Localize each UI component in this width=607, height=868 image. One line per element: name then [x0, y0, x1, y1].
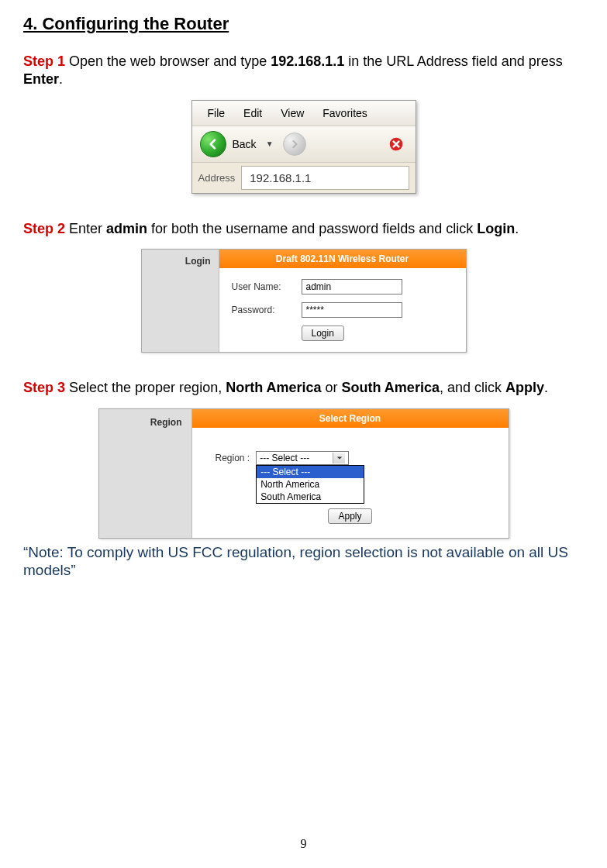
back-label: Back — [233, 138, 257, 150]
login-button[interactable]: Login — [302, 326, 344, 341]
step1-t2: in the URL Address field and press — [344, 53, 563, 69]
back-button[interactable] — [200, 131, 226, 157]
browser-menu-bar: File Edit View Favorites — [192, 101, 416, 126]
step-2-label: Step 2 — [23, 221, 65, 236]
fcc-note: “Note: To comply with US FCC regulation,… — [23, 543, 584, 580]
password-label: Password: — [232, 305, 294, 315]
arrow-right-icon — [290, 140, 299, 149]
forward-button[interactable] — [283, 133, 306, 156]
arrow-left-icon — [207, 138, 219, 150]
region-label: Region : — [216, 453, 250, 463]
browser-toolbar-figure: File Edit View Favorites Back ▼ Address — [191, 100, 416, 194]
step1-t1: Open the web browser and type — [65, 53, 271, 69]
region-option-select[interactable]: --- Select --- — [257, 466, 364, 478]
menu-view[interactable]: View — [273, 105, 312, 121]
login-side-label: Login — [142, 250, 219, 352]
step2-t3: . — [515, 221, 519, 236]
region-panel-figure: Region Select Region Region : --- Select… — [98, 408, 509, 539]
region-side-label: Region — [99, 409, 192, 538]
step1-enter: Enter — [23, 71, 59, 87]
step2-login: Login — [477, 221, 515, 236]
step1-ip: 192.168.1.1 — [271, 53, 344, 69]
step-1-label: Step 1 — [23, 53, 65, 69]
address-label: Address — [198, 172, 236, 184]
step3-na: North America — [226, 380, 321, 395]
login-panel-header: Draft 802.11N Wireless Router — [219, 250, 466, 268]
step2-admin: admin — [106, 221, 147, 236]
page-number: 9 — [0, 837, 607, 851]
region-select-value: --- Select --- — [260, 453, 309, 463]
step3-t1: Select the proper region, — [65, 380, 226, 395]
address-input[interactable] — [241, 166, 409, 190]
step3-t3: , and click — [440, 380, 505, 395]
region-options-list: --- Select --- North America South Ameri… — [256, 465, 364, 504]
step3-t4: . — [544, 380, 548, 395]
step3-sa: South America — [342, 380, 440, 395]
username-label: User Name: — [232, 281, 294, 292]
password-input[interactable] — [302, 302, 402, 318]
apply-button[interactable]: Apply — [328, 508, 371, 524]
region-option-north-america[interactable]: North America — [257, 478, 364, 491]
chevron-down-icon — [333, 453, 345, 463]
menu-favorites[interactable]: Favorites — [315, 105, 375, 121]
back-dropdown-icon[interactable]: ▼ — [263, 140, 277, 148]
stop-icon — [388, 136, 404, 152]
step2-t2: for both the username and password field… — [147, 221, 477, 236]
step3-t2: or — [322, 380, 342, 395]
step1-t3: . — [59, 71, 63, 87]
region-select[interactable]: --- Select --- — [256, 451, 349, 465]
stop-button[interactable] — [385, 133, 408, 156]
step-1-paragraph: Step 1 Open the web browser and type 192… — [23, 53, 584, 89]
step-2-paragraph: Step 2 Enter admin for both the username… — [23, 220, 584, 238]
login-panel-figure: Login Draft 802.11N Wireless Router User… — [141, 249, 467, 353]
username-input[interactable] — [302, 279, 402, 294]
step-3-paragraph: Step 3 Select the proper region, North A… — [23, 379, 584, 397]
section-heading: 4. Configuring the Router — [23, 14, 584, 34]
menu-edit[interactable]: Edit — [236, 105, 270, 121]
step-3-label: Step 3 — [23, 380, 65, 395]
step3-apply: Apply — [505, 380, 544, 395]
menu-file[interactable]: File — [200, 105, 233, 121]
step2-t1: Enter — [65, 221, 106, 236]
region-option-south-america[interactable]: South America — [257, 491, 364, 503]
region-panel-header: Select Region — [192, 409, 509, 428]
